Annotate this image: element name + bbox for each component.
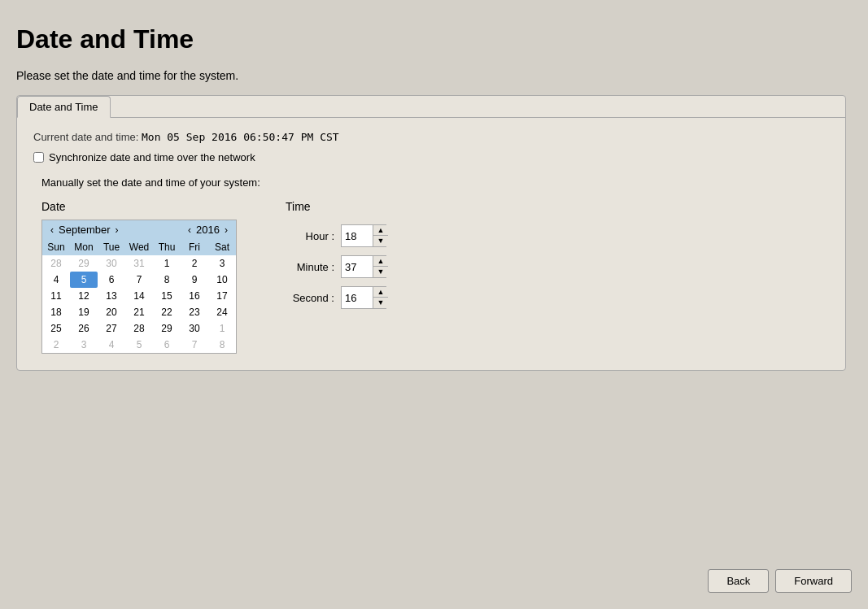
weekday-header: Sun <box>42 239 70 255</box>
calendar-day[interactable]: 3 <box>208 255 236 272</box>
calendar-day[interactable]: 8 <box>208 337 236 353</box>
calendar-day[interactable]: 10 <box>208 272 236 288</box>
calendar-day[interactable]: 6 <box>153 337 181 353</box>
minute-up-btn[interactable]: ▲ <box>373 256 388 267</box>
calendar-day[interactable]: 20 <box>98 304 125 320</box>
minute-label: Minute : <box>286 261 334 273</box>
prev-month-btn[interactable]: ‹ <box>47 224 57 236</box>
second-down-btn[interactable]: ▼ <box>373 298 388 308</box>
calendar-day[interactable]: 18 <box>42 304 70 320</box>
date-time-row: Date ‹ September › ‹ 2016 › <box>33 200 829 354</box>
calendar-day[interactable]: 13 <box>98 288 125 304</box>
minute-down-btn[interactable]: ▼ <box>373 267 388 277</box>
calendar-week-row: 45678910 <box>42 272 236 288</box>
minute-spinner: ▲ ▼ <box>341 255 386 278</box>
tab-header: Date and Time <box>17 96 845 118</box>
calendar-day[interactable]: 26 <box>70 320 98 337</box>
minute-row: Minute : ▲ ▼ <box>286 255 386 278</box>
calendar-day[interactable]: 7 <box>181 337 208 353</box>
second-input[interactable] <box>342 290 373 306</box>
manual-label: Manually set the date and time of your s… <box>33 176 829 189</box>
calendar-day[interactable]: 15 <box>153 288 181 304</box>
calendar-day[interactable]: 22 <box>153 304 181 320</box>
calendar-day[interactable]: 23 <box>181 304 208 320</box>
calendar-day[interactable]: 7 <box>125 272 153 288</box>
page-title: Date and Time <box>16 24 852 54</box>
year-nav: ‹ 2016 › <box>185 224 231 236</box>
calendar-week-row: 2526272829301 <box>42 320 236 337</box>
date-section-title: Date <box>41 200 237 213</box>
calendar-day[interactable]: 6 <box>98 272 125 288</box>
hour-down-btn[interactable]: ▼ <box>373 236 388 246</box>
current-datetime: Current date and time: Mon 05 Sep 2016 0… <box>33 131 829 143</box>
calendar-day[interactable]: 31 <box>125 255 153 272</box>
month-nav: ‹ September › <box>47 224 122 236</box>
next-month-btn[interactable]: › <box>112 224 122 236</box>
year-label: 2016 <box>196 224 220 236</box>
sync-checkbox[interactable] <box>33 152 44 163</box>
calendar-day[interactable]: 2 <box>181 255 208 272</box>
calendar-day[interactable]: 28 <box>42 255 70 272</box>
calendar-week-row: 2345678 <box>42 337 236 353</box>
minute-input[interactable] <box>342 259 373 275</box>
second-up-btn[interactable]: ▲ <box>373 287 388 298</box>
sync-row: Synchronize date and time over the netwo… <box>33 151 829 163</box>
calendar: ‹ September › ‹ 2016 › <box>41 220 237 354</box>
calendar-day[interactable]: 2 <box>42 337 70 353</box>
calendar-week-row: 28293031123 <box>42 255 236 272</box>
calendar-day[interactable]: 9 <box>181 272 208 288</box>
calendar-day[interactable]: 8 <box>153 272 181 288</box>
calendar-day[interactable]: 16 <box>181 288 208 304</box>
page-content: Date and Time Please set the date and ti… <box>0 0 868 395</box>
back-button[interactable]: Back <box>708 569 769 593</box>
tab-body: Current date and time: Mon 05 Sep 2016 0… <box>17 118 845 370</box>
calendar-day[interactable]: 27 <box>98 320 125 337</box>
calendar-day[interactable]: 28 <box>125 320 153 337</box>
weekday-header: Tue <box>98 239 125 255</box>
hour-up-btn[interactable]: ▲ <box>373 225 388 236</box>
date-section: Date ‹ September › ‹ 2016 › <box>41 200 237 354</box>
tab-date-and-time[interactable]: Date and Time <box>17 96 111 118</box>
current-datetime-label: Current date and time: <box>33 131 138 143</box>
month-label: September <box>59 224 111 236</box>
weekday-header: Thu <box>153 239 181 255</box>
calendar-day[interactable]: 29 <box>153 320 181 337</box>
calendar-day[interactable]: 5 <box>70 272 98 288</box>
calendar-nav: ‹ September › ‹ 2016 › <box>42 220 236 239</box>
calendar-day[interactable]: 17 <box>208 288 236 304</box>
calendar-day[interactable]: 4 <box>98 337 125 353</box>
calendar-day[interactable]: 12 <box>70 288 98 304</box>
calendar-day[interactable]: 1 <box>208 320 236 337</box>
calendar-weeks: 2829303112345678910111213141516171819202… <box>42 255 236 353</box>
calendar-day[interactable]: 3 <box>70 337 98 353</box>
prev-year-btn[interactable]: ‹ <box>185 224 194 236</box>
calendar-day[interactable]: 24 <box>208 304 236 320</box>
hour-spinner-btns: ▲ ▼ <box>373 225 388 246</box>
forward-button[interactable]: Forward <box>775 569 852 593</box>
weekday-header: Sat <box>208 239 236 255</box>
calendar-week-row: 18192021222324 <box>42 304 236 320</box>
tab-container: Date and Time Current date and time: Mon… <box>16 95 846 371</box>
calendar-day[interactable]: 11 <box>42 288 70 304</box>
calendar-day[interactable]: 14 <box>125 288 153 304</box>
calendar-day[interactable]: 4 <box>42 272 70 288</box>
hour-input[interactable] <box>342 228 373 244</box>
calendar-grid: SunMonTueWedThuFriSat 282930311234567891… <box>42 239 236 353</box>
calendar-day[interactable]: 21 <box>125 304 153 320</box>
time-section-title: Time <box>286 200 386 213</box>
hour-label: Hour : <box>286 230 334 242</box>
calendar-day[interactable]: 30 <box>181 320 208 337</box>
calendar-day[interactable]: 19 <box>70 304 98 320</box>
calendar-day[interactable]: 30 <box>98 255 125 272</box>
calendar-week-row: 11121314151617 <box>42 288 236 304</box>
time-section: Time Hour : ▲ ▼ <box>286 200 386 354</box>
weekday-header: Mon <box>70 239 98 255</box>
hour-row: Hour : ▲ ▼ <box>286 224 386 247</box>
calendar-day[interactable]: 25 <box>42 320 70 337</box>
second-label: Second : <box>286 292 334 304</box>
calendar-day[interactable]: 5 <box>125 337 153 353</box>
second-spinner: ▲ ▼ <box>341 286 386 309</box>
next-year-btn[interactable]: › <box>221 224 231 236</box>
calendar-day[interactable]: 1 <box>153 255 181 272</box>
calendar-day[interactable]: 29 <box>70 255 98 272</box>
